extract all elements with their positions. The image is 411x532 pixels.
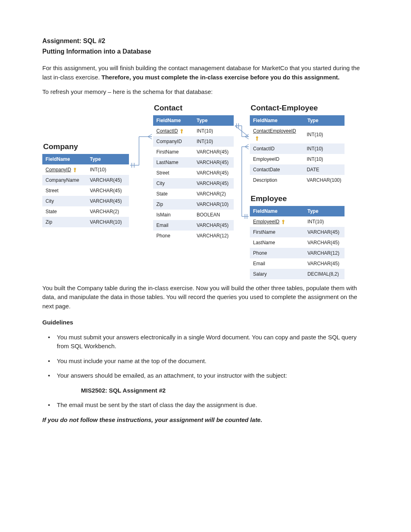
mid-paragraph: You built the Company table during the i… bbox=[42, 284, 369, 311]
svg-line-28 bbox=[245, 147, 249, 149]
svg-line-20 bbox=[245, 137, 249, 139]
intro-paragraph-2: To refresh your memory – here is the sch… bbox=[42, 87, 369, 97]
assignment-title: Assignment: SQL #2 bbox=[42, 36, 369, 46]
guideline-item: Your answers should be emailed, as an at… bbox=[42, 371, 369, 395]
intro-paragraph-1: For this assignment, you will finish bui… bbox=[42, 64, 369, 82]
intro-text-1b: Therefore, you must complete the in-clas… bbox=[102, 74, 340, 81]
assignment-subtitle: Putting Information into a Database bbox=[42, 47, 369, 56]
svg-line-11 bbox=[148, 137, 152, 139]
svg-line-26 bbox=[245, 144, 249, 147]
relationship-connectors bbox=[42, 102, 369, 276]
svg-line-9 bbox=[148, 134, 152, 137]
guidelines-list: You must submit your answers electronica… bbox=[42, 333, 369, 410]
schema-diagram: Company FieldName Type CompanyIDINT(10)C… bbox=[42, 102, 369, 276]
guidelines-heading: Guidelines bbox=[42, 318, 369, 327]
guideline-item: You must include your name at the top of… bbox=[42, 357, 369, 366]
warning-text: If you do not follow these instructions,… bbox=[42, 416, 369, 425]
guideline-text: Your answers should be emailed, as an at… bbox=[57, 372, 287, 379]
guideline-item: You must submit your answers electronica… bbox=[42, 333, 369, 351]
guideline-item: The email must be sent by the start of c… bbox=[42, 401, 369, 410]
email-subject: MIS2502: SQL Assignment #2 bbox=[81, 386, 369, 395]
